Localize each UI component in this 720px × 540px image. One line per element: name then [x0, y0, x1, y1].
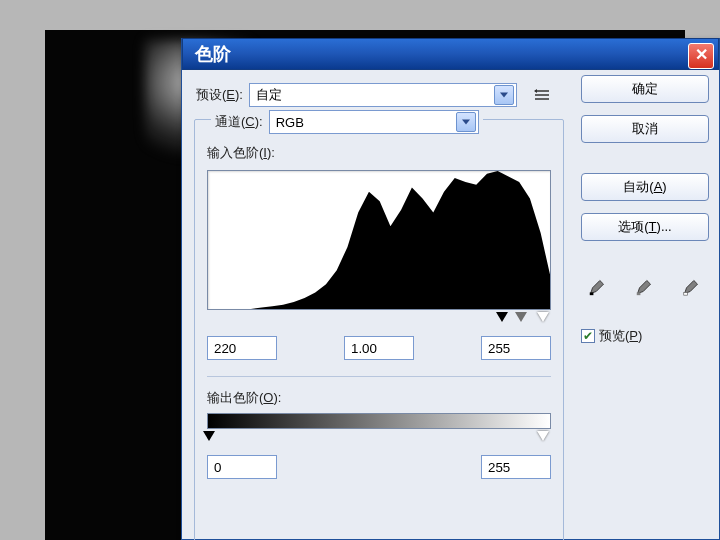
input-shadow-field[interactable]	[207, 336, 277, 360]
channel-dropdown[interactable]: RGB	[269, 110, 479, 134]
output-gradient	[207, 413, 551, 429]
levels-group: 通道(C): RGB 输入色阶(I):	[194, 119, 564, 540]
close-button[interactable]: ✕	[688, 43, 714, 69]
auto-button[interactable]: 自动(A)	[581, 173, 709, 201]
preset-label: 预设(E):	[196, 86, 243, 104]
output-shadow-field[interactable]	[207, 455, 277, 479]
dialog-title: 色阶	[195, 42, 231, 66]
dialog-body: 预设(E): 自定 通道(C): RGB	[182, 71, 719, 539]
svg-rect-2	[684, 292, 688, 295]
channel-label: 通道(C):	[215, 113, 263, 131]
preset-dropdown[interactable]: 自定	[249, 83, 517, 107]
eyedropper-row	[581, 271, 709, 297]
preset-value: 自定	[256, 86, 494, 104]
histogram-chart	[208, 171, 550, 309]
channel-legend: 通道(C): RGB	[211, 110, 483, 134]
ok-button[interactable]: 确定	[581, 75, 709, 103]
chevron-down-icon	[456, 112, 476, 132]
input-values-row	[207, 336, 551, 360]
preview-label: 预览(P)	[599, 327, 642, 345]
preview-row: ✔ 预览(P)	[581, 327, 709, 345]
checkmark-icon: ✔	[583, 330, 593, 342]
output-levels-label: 输出色阶(O):	[207, 389, 551, 407]
svg-rect-1	[637, 292, 641, 295]
input-shadow-slider[interactable]	[496, 312, 508, 322]
output-highlight-field[interactable]	[481, 455, 551, 479]
close-icon: ✕	[695, 46, 708, 63]
preview-checkbox[interactable]: ✔	[581, 329, 595, 343]
svg-rect-0	[590, 292, 594, 295]
cancel-button[interactable]: 取消	[581, 115, 709, 143]
input-highlight-field[interactable]	[481, 336, 551, 360]
levels-dialog: 色阶 ✕ 预设(E): 自定 通道(C):	[181, 38, 720, 540]
eyedropper-white-icon[interactable]	[679, 271, 705, 297]
channel-value: RGB	[276, 115, 456, 130]
titlebar[interactable]: 色阶 ✕	[182, 38, 719, 70]
input-gamma-field[interactable]	[344, 336, 414, 360]
chevron-down-icon	[494, 85, 514, 105]
input-midtone-slider[interactable]	[515, 312, 527, 322]
histogram	[207, 170, 551, 310]
output-slider-track[interactable]	[207, 431, 551, 445]
input-highlight-slider[interactable]	[537, 312, 549, 322]
eyedropper-black-icon[interactable]	[585, 271, 611, 297]
preset-menu-icon[interactable]	[533, 87, 551, 103]
right-column: 确定 取消 自动(A) 选项(T)...	[581, 75, 709, 345]
eyedropper-gray-icon[interactable]	[632, 271, 658, 297]
output-values-row	[207, 455, 551, 479]
options-button[interactable]: 选项(T)...	[581, 213, 709, 241]
input-levels-label: 输入色阶(I):	[207, 144, 551, 162]
output-highlight-slider[interactable]	[537, 431, 549, 441]
input-slider-track[interactable]	[207, 312, 551, 326]
output-shadow-slider[interactable]	[203, 431, 215, 441]
divider	[207, 376, 551, 377]
